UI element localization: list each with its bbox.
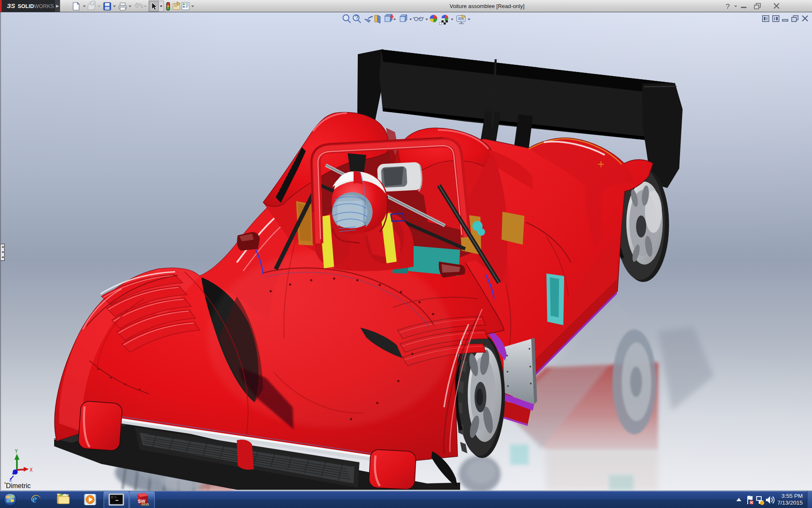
svg-text:?: ? — [726, 3, 730, 11]
svg-text:Y: Y — [15, 449, 18, 455]
svg-text:X: X — [30, 467, 33, 473]
svg-text:C:\: C:\ — [111, 496, 117, 499]
svg-text:ЗS: ЗS — [7, 2, 15, 9]
svg-text:2015: 2015 — [141, 502, 149, 506]
svg-text:Z: Z — [9, 478, 12, 482]
svg-text:SOLIDWORKS: SOLIDWORKS — [18, 3, 54, 9]
svg-text:e: e — [32, 493, 37, 505]
